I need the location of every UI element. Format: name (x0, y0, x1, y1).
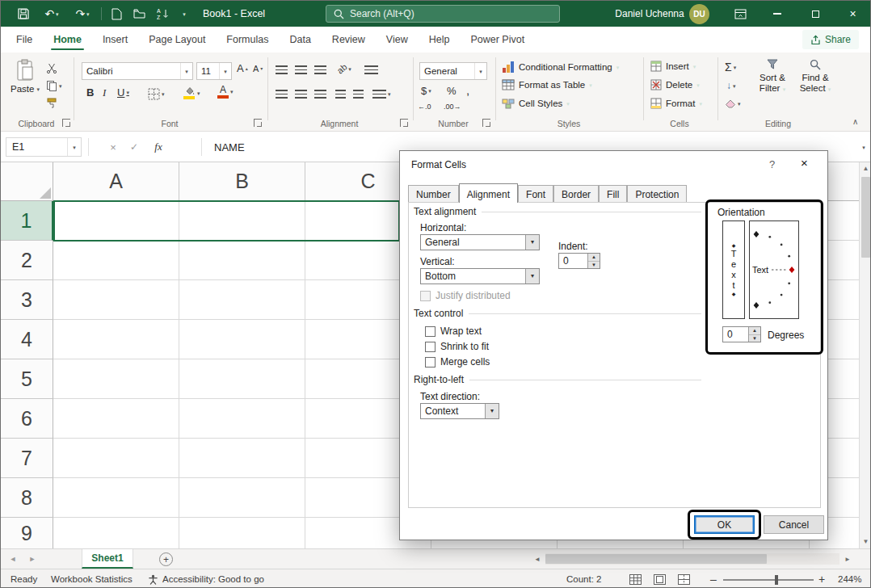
comma-style-button[interactable]: , (466, 83, 469, 97)
clear-button[interactable] (725, 99, 741, 108)
vertical-scrollbar[interactable]: ▲ ▼ (859, 162, 871, 548)
tab-insert[interactable]: Insert (92, 27, 138, 52)
zoom-in-button[interactable]: + (818, 569, 825, 588)
checkbox-icon[interactable] (425, 326, 436, 337)
dialog-tab-fill[interactable]: Fill (599, 185, 627, 202)
orientation-dial-control[interactable]: Text (749, 220, 799, 319)
row-header-8[interactable]: 8 (1, 478, 53, 518)
chevron-down-icon[interactable] (485, 404, 499, 418)
increase-decimal-button[interactable]: ←.0 (418, 103, 431, 111)
close-button[interactable]: × (835, 1, 871, 27)
minimize-button[interactable] (759, 1, 795, 27)
name-box[interactable]: E1 (6, 137, 82, 157)
row-header-4[interactable]: 4 (1, 320, 53, 359)
wrap-text-checkbox[interactable]: Wrap text (425, 326, 482, 337)
paste-button[interactable]: Paste (7, 59, 43, 94)
alignment-dialog-launcher[interactable] (400, 119, 408, 127)
hscroll-right-arrow[interactable]: ► (841, 549, 854, 569)
account-name[interactable]: Daniel Uchenna (615, 1, 684, 27)
cancel-formula-button[interactable]: × (103, 132, 124, 162)
vertical-select[interactable]: Bottom (420, 268, 540, 284)
shrink-to-fit-checkbox[interactable]: Shrink to fit (425, 341, 489, 352)
number-format-select[interactable]: General (419, 62, 487, 80)
format-cells-button[interactable]: Format (650, 98, 702, 109)
sort-ascending-button[interactable]: AZ (151, 1, 175, 27)
row-header-5[interactable]: 5 (1, 359, 53, 399)
row-header-3[interactable]: 3 (1, 280, 53, 320)
fill-button[interactable]: ↓ (726, 80, 736, 91)
tab-help[interactable]: Help (419, 27, 461, 52)
italic-button[interactable]: I (103, 86, 106, 99)
tab-home[interactable]: Home (43, 27, 92, 52)
borders-button[interactable] (148, 88, 165, 100)
scroll-up-arrow[interactable]: ▲ (860, 162, 871, 175)
spin-up-icon[interactable]: ▲ (588, 254, 600, 261)
orientation-button[interactable]: ab (337, 64, 351, 74)
undo-button[interactable]: ↶ (38, 1, 65, 27)
accessibility-status[interactable]: Accessibility: Good to go (148, 569, 264, 588)
search-input[interactable]: Search (Alt+Q) (326, 5, 560, 23)
insert-cells-button[interactable]: Insert (650, 61, 696, 72)
workbook-statistics-button[interactable]: Workbook Statistics (51, 569, 133, 588)
ribbon-display-options-button[interactable] (726, 1, 754, 27)
open-button[interactable] (128, 1, 149, 27)
horizontal-scroll-thumb[interactable] (545, 554, 767, 564)
formula-input[interactable]: NAME (214, 132, 245, 162)
normal-view-button[interactable] (629, 569, 642, 588)
maximize-button[interactable] (797, 1, 834, 27)
tab-power-pivot[interactable]: Power Pivot (460, 27, 535, 52)
spin-down-icon[interactable]: ▼ (749, 334, 760, 342)
bold-button[interactable]: B (86, 86, 94, 99)
align-bottom-button[interactable] (314, 65, 326, 74)
save-button[interactable] (12, 1, 35, 27)
copy-button[interactable] (46, 80, 62, 91)
fill-color-button[interactable] (183, 86, 200, 99)
zoom-slider-thumb[interactable] (775, 575, 778, 585)
decrease-indent-button[interactable] (335, 90, 346, 99)
row-header-7[interactable]: 7 (1, 439, 53, 478)
underline-button[interactable]: U (117, 86, 129, 99)
column-header-a[interactable]: A (53, 162, 179, 201)
checkbox-icon[interactable] (425, 357, 436, 368)
enter-formula-button[interactable]: ✓ (124, 132, 145, 162)
spin-up-icon[interactable]: ▲ (749, 327, 760, 334)
tab-view[interactable]: View (376, 27, 419, 52)
dialog-help-button[interactable]: ? (769, 158, 775, 170)
cell-styles-button[interactable]: Cell Styles (502, 98, 570, 109)
prev-sheet-button[interactable]: ◄ (4, 549, 22, 569)
degrees-spinner[interactable]: 0 ▲▼ (722, 326, 761, 342)
chevron-down-icon[interactable] (525, 269, 539, 284)
indent-spinner[interactable]: 0 ▲▼ (558, 253, 600, 269)
checkbox-icon[interactable] (425, 342, 436, 352)
scroll-down-arrow[interactable]: ▼ (860, 536, 871, 548)
delete-cells-button[interactable]: Delete (650, 79, 700, 90)
shrink-font-button[interactable]: A (253, 64, 263, 74)
avatar[interactable]: DU (689, 4, 709, 24)
merge-center-button[interactable] (372, 90, 391, 99)
accounting-format-button[interactable]: $ (421, 85, 431, 97)
select-all-button[interactable] (1, 162, 53, 201)
align-top-button[interactable] (276, 65, 288, 74)
grow-font-button[interactable]: A (237, 62, 248, 74)
wrap-text-button[interactable] (364, 65, 378, 74)
share-button[interactable]: Share (802, 30, 859, 49)
collapse-ribbon-button[interactable]: ∧ (852, 117, 858, 126)
tab-data[interactable]: Data (279, 27, 321, 52)
chevron-down-icon[interactable] (525, 235, 539, 250)
decrease-decimal-button[interactable]: .00→ (444, 103, 461, 111)
font-name-select[interactable]: Calibri (82, 62, 193, 80)
page-break-view-button[interactable] (678, 569, 690, 588)
horizontal-select[interactable]: General (420, 234, 540, 250)
font-color-button[interactable]: A (217, 85, 234, 99)
format-as-table-button[interactable]: Format as Table (502, 79, 592, 90)
cut-button[interactable] (46, 62, 57, 74)
clipboard-dialog-launcher[interactable] (62, 119, 70, 127)
row-header-2[interactable]: 2 (1, 241, 53, 280)
dialog-tab-alignment[interactable]: Alignment (459, 183, 518, 203)
row-header-1[interactable]: 1 (1, 201, 53, 241)
zoom-slider[interactable] (723, 579, 814, 581)
text-direction-select[interactable]: Context (420, 403, 499, 419)
number-dialog-launcher[interactable] (482, 119, 490, 127)
sort-filter-button[interactable]: Sort & Filter (752, 59, 793, 94)
horizontal-scrollbar[interactable] (545, 553, 839, 565)
